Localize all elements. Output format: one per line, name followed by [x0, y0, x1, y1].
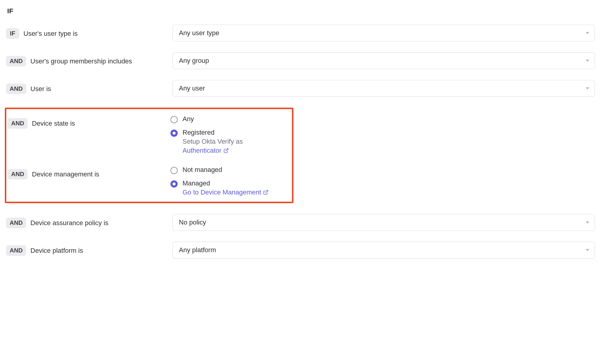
- op-pill-and: AND: [6, 245, 26, 256]
- radio-group-device-state: Any Registered Setup Okta Verify as Auth…: [170, 115, 289, 154]
- radio-circle-not-managed[interactable]: [170, 167, 178, 174]
- link-authenticator-text: Authenticator: [182, 147, 222, 154]
- op-pill-and: AND: [6, 56, 26, 66]
- radio-label-not-managed: Not managed: [182, 166, 222, 174]
- svg-line-0: [225, 148, 228, 151]
- op-pill-and: AND: [6, 218, 26, 228]
- label-area-device-state: AND Device state is: [8, 115, 166, 129]
- radio-item-device-state-any[interactable]: Any: [170, 115, 289, 123]
- section-header-if: IF: [7, 7, 595, 15]
- link-device-management[interactable]: Go to Device Management: [182, 188, 268, 196]
- highlighted-section: AND Device state is Any Registered: [5, 108, 293, 203]
- label-area-user-is: AND User is: [6, 80, 168, 94]
- radio-item-managed[interactable]: Managed Go to Device Management: [170, 179, 289, 196]
- label-area-device-assurance: AND Device assurance policy is: [6, 214, 168, 228]
- label-device-state: Device state is: [32, 120, 75, 127]
- row-device-management: AND Device management is Not managed Man…: [8, 165, 289, 196]
- label-area-user-type: IF User's user type is: [6, 25, 168, 39]
- value-area-group-membership: Any group: [173, 52, 595, 69]
- value-area-device-state: Any Registered Setup Okta Verify as Auth…: [170, 115, 289, 154]
- label-device-management: Device management is: [32, 170, 99, 178]
- row-device-state: AND Device state is Any Registered: [8, 115, 289, 154]
- label-device-platform: Device platform is: [30, 247, 83, 255]
- radio-circle-any[interactable]: [170, 116, 178, 123]
- value-area-user-is: Any user: [173, 80, 595, 97]
- row-user-is: AND User is Any user: [6, 80, 595, 97]
- radio-content-not-managed: Not managed: [182, 166, 222, 174]
- op-pill-and: AND: [6, 84, 26, 94]
- radio-content-any: Any: [182, 115, 194, 123]
- link-authenticator[interactable]: Authenticator: [182, 147, 229, 154]
- condition-rows: IF User's user type is Any user type AND…: [6, 25, 595, 258]
- helper-prefix-text: Setup Okta Verify as: [182, 138, 243, 145]
- select-group-membership[interactable]: Any group: [173, 52, 595, 69]
- radio-circle-registered[interactable]: [170, 130, 178, 137]
- radio-group-device-management: Not managed Managed Go to Device Managem…: [170, 165, 289, 196]
- external-link-icon: [223, 148, 229, 153]
- select-device-assurance[interactable]: No policy: [173, 214, 595, 231]
- radio-item-device-state-registered[interactable]: Registered Setup Okta Verify as Authenti…: [170, 129, 289, 154]
- radio-item-not-managed[interactable]: Not managed: [170, 166, 289, 174]
- label-area-device-management: AND Device management is: [8, 165, 166, 179]
- label-area-group-membership: AND User's group membership includes: [6, 52, 168, 66]
- op-pill-and: AND: [8, 169, 28, 179]
- row-user-type: IF User's user type is Any user type: [6, 25, 595, 41]
- svg-line-1: [265, 190, 268, 193]
- radio-label-managed: Managed: [182, 179, 268, 187]
- select-user-is[interactable]: Any user: [173, 80, 595, 97]
- select-device-platform[interactable]: Any platform: [173, 242, 595, 258]
- radio-label-registered: Registered: [182, 129, 289, 136]
- select-user-type[interactable]: Any user type: [173, 25, 595, 41]
- radio-circle-managed[interactable]: [170, 180, 178, 188]
- row-device-platform: AND Device platform is Any platform: [6, 242, 595, 258]
- value-area-device-platform: Any platform: [173, 242, 595, 258]
- label-area-device-platform: AND Device platform is: [6, 242, 168, 256]
- link-device-management-text: Go to Device Management: [182, 188, 261, 196]
- radio-content-managed: Managed Go to Device Management: [182, 179, 268, 196]
- label-user-is: User is: [30, 85, 51, 93]
- radio-label-any: Any: [182, 115, 194, 123]
- helper-device-state: Setup Okta Verify as Authenticator: [182, 138, 289, 154]
- value-area-device-assurance: No policy: [173, 214, 595, 231]
- op-pill-if: IF: [6, 28, 19, 39]
- label-device-assurance: Device assurance policy is: [30, 219, 108, 227]
- radio-content-registered: Registered Setup Okta Verify as Authenti…: [182, 129, 289, 154]
- op-pill-and: AND: [8, 118, 28, 129]
- value-area-user-type: Any user type: [173, 25, 595, 41]
- label-user-type: User's user type is: [23, 30, 78, 38]
- label-group-membership: User's group membership includes: [30, 57, 132, 65]
- helper-device-management: Go to Device Management: [182, 188, 268, 196]
- external-link-icon: [263, 190, 268, 195]
- value-area-device-management: Not managed Managed Go to Device Managem…: [170, 165, 289, 196]
- row-group-membership: AND User's group membership includes Any…: [6, 52, 595, 69]
- row-device-assurance: AND Device assurance policy is No policy: [6, 214, 595, 231]
